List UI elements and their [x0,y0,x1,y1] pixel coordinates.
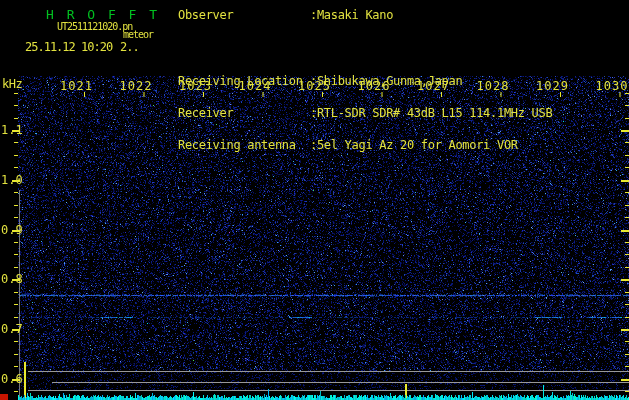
info-label: Receiving antenna [178,138,296,152]
x-tick-label-1030: 1030 [596,79,629,93]
x-tick-label-1028: 1028 [477,79,510,93]
x-tick-label-1024: 1024 [239,79,272,93]
info-value: :RTL-SDR SDR# 43dB L15 114.1MHz USB [310,106,552,120]
x-tick-label-1029: 1029 [536,79,569,93]
y-tick-label-0.7: 0.7 [1,322,23,336]
x-tick-label-1027: 1027 [417,79,450,93]
y-tick-label-1.1: 1.1 [1,123,23,137]
info-label: Observer [178,8,233,22]
capture-counter: 2.. [120,40,139,54]
hrofft-screen: H R O F F T UT2511121020.pn meteor 25.11… [0,0,629,400]
info-value: :5el Yagi Az 20 for Aomori VOR [310,138,518,152]
info-label: Receiver [178,106,233,120]
x-tick-label-1026: 1026 [358,79,391,93]
station-info: Observer :Masaki Kano Receiving Location… [0,0,39,114]
y-tick-label-1.0: 1.0 [1,173,23,187]
app-title: H R O F F T [46,7,160,22]
spectrogram-canvas [0,0,629,400]
x-tick-label-1023: 1023 [179,79,212,93]
capture-filename: UT2511121020.pn [57,21,132,32]
y-tick-label-0.9: 0.9 [1,223,23,237]
x-tick-label-1025: 1025 [298,79,331,93]
x-tick-label-1021: 1021 [60,79,93,93]
y-tick-label-0.6: 0.6 [1,372,23,386]
y-axis-unit-label: kHz [2,77,22,91]
y-tick-label-0.8: 0.8 [1,272,23,286]
x-tick-label-1022: 1022 [120,79,153,93]
info-value: :Masaki Kano [310,8,393,22]
filename-overlay-label: meteor [123,29,153,40]
